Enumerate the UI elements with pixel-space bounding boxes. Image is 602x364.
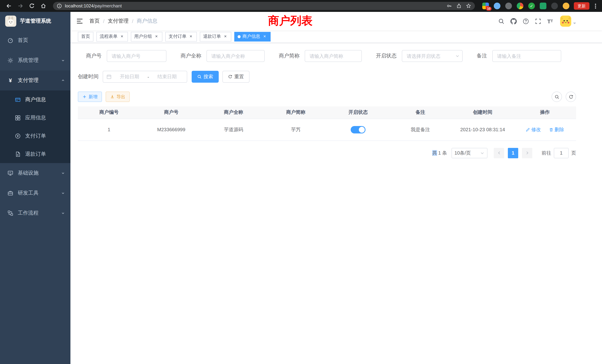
tab-refund-order[interactable]: 退款订单 × <box>200 32 231 41</box>
password-key-icon[interactable] <box>447 3 452 9</box>
sidebar-item-app-info[interactable]: 应用信息 <box>0 109 70 127</box>
field-label: 开启状态 <box>371 53 397 59</box>
extension-green-doc-icon[interactable] <box>540 3 546 9</box>
merchant-short-name-input[interactable] <box>305 50 362 62</box>
bookmark-star-icon[interactable] <box>466 3 471 9</box>
tab-label: 首页 <box>81 33 90 40</box>
goto-page-input[interactable] <box>554 148 569 158</box>
extension-gray-icon[interactable] <box>505 3 512 9</box>
page-size-select[interactable]: 10条/页 <box>452 148 487 158</box>
field-label: 商户号 <box>78 53 102 59</box>
status-select[interactable] <box>402 50 463 62</box>
sidebar-logo[interactable]: 芋道管理系统 <box>0 12 70 30</box>
cell-remark: 我是备注 <box>389 119 452 140</box>
chrome-update-button[interactable]: 更新 <box>574 2 589 10</box>
prev-page-button[interactable] <box>494 148 504 158</box>
forward-icon[interactable] <box>17 3 23 9</box>
extension-blue-icon[interactable] <box>494 3 500 9</box>
col-remark: 备注 <box>389 106 452 119</box>
user-menu[interactable] <box>560 16 576 27</box>
breadcrumb-item[interactable]: 支付管理 <box>108 18 129 24</box>
edit-link[interactable]: 修改 <box>526 126 541 133</box>
tab-pay-order[interactable]: 支付订单 × <box>165 32 197 41</box>
merchant-full-name-input[interactable] <box>206 50 265 62</box>
toggle-search-icon[interactable] <box>552 92 562 102</box>
home-icon[interactable] <box>40 3 46 9</box>
sidebar-item-label: 工作流程 <box>18 210 61 216</box>
url-text: localhost:1024/pay/merchant <box>65 3 447 9</box>
search-button[interactable]: 搜索 <box>192 71 219 83</box>
reset-button[interactable]: 重置 <box>222 71 249 83</box>
calendar-icon <box>106 74 112 79</box>
cell-full-name: 芋道源码 <box>202 119 265 140</box>
status-toggle[interactable] <box>351 126 366 133</box>
form-item-full-name: 商户全称 <box>175 50 265 62</box>
end-date-placeholder[interactable]: 结束日期 <box>150 73 183 80</box>
close-icon[interactable]: × <box>119 34 125 39</box>
start-date-placeholder[interactable]: 开始日期 <box>113 73 146 80</box>
profile-avatar-icon[interactable] <box>563 3 569 9</box>
cell-merchant-id: 1 <box>78 119 140 140</box>
tab-home[interactable]: 首页 <box>78 32 93 41</box>
back-icon[interactable] <box>6 3 12 9</box>
tab-merchant-info[interactable]: 商户信息 × <box>234 32 271 41</box>
share-icon[interactable] <box>456 3 462 9</box>
gear-icon <box>7 57 13 63</box>
font-size-icon[interactable]: TT <box>546 17 555 26</box>
fullscreen-icon[interactable] <box>533 17 542 26</box>
next-page-button[interactable] <box>522 148 532 158</box>
page-number-button[interactable]: 1 <box>508 148 518 158</box>
sidebar-item-home[interactable]: 首页 <box>0 30 70 50</box>
refresh-icon[interactable] <box>566 92 576 102</box>
create-time-range-picker[interactable]: 开始日期 - 结束日期 <box>103 71 187 83</box>
add-button[interactable]: 新增 <box>78 92 102 102</box>
app-grid-icon <box>15 115 21 121</box>
form-item-status: 开启状态 <box>371 50 463 62</box>
sidebar-item-label: 系统管理 <box>18 57 61 64</box>
breadcrumb-item[interactable]: 首页 <box>89 18 100 24</box>
sidebar-item-label: 退款订单 <box>25 151 46 157</box>
breadcrumb: 首页 / 支付管理 / 商户信息 <box>89 18 158 24</box>
merchant-no-input[interactable] <box>107 50 166 62</box>
extension-multicolor-icon[interactable] <box>517 3 523 9</box>
chevron-down-icon <box>61 191 65 195</box>
url-bar[interactable]: localhost:1024/pay/merchant <box>53 2 475 10</box>
sidebar-item-refund-order[interactable]: 退款订单 <box>0 145 70 163</box>
browser-menu-icon[interactable] <box>592 3 598 9</box>
refund-doc-icon <box>15 151 21 157</box>
sidebar-item-label: 首页 <box>18 37 65 44</box>
close-icon[interactable]: × <box>262 34 267 39</box>
tab-label: 商户信息 <box>242 33 260 40</box>
close-icon[interactable]: × <box>188 34 194 39</box>
tab-user-group[interactable]: 用户分组 × <box>131 32 162 41</box>
site-info-icon[interactable] <box>57 3 62 9</box>
tab-flow-form[interactable]: 流程表单 × <box>96 32 128 41</box>
sidebar-item-merchant-info[interactable]: 商户信息 <box>0 90 70 109</box>
extension-green-check-icon[interactable]: ✓ <box>528 3 535 9</box>
delete-link[interactable]: 删除 <box>549 126 564 133</box>
github-icon[interactable] <box>509 17 518 26</box>
remark-input[interactable] <box>492 50 561 62</box>
close-icon[interactable]: × <box>154 34 159 39</box>
sidebar-item-pay-order[interactable]: 支付订单 <box>0 127 70 145</box>
search-icon[interactable] <box>497 17 506 26</box>
sidebar-item-infrastructure[interactable]: 基础设施 <box>0 163 70 183</box>
user-avatar[interactable] <box>560 16 571 27</box>
close-icon[interactable]: × <box>223 34 228 39</box>
sidebar-item-workflow[interactable]: 工作流程 <box>0 203 70 223</box>
search-form-row-1: 商户号 商户全称 商户简称 开启状态 <box>78 50 576 62</box>
sidebar-item-devtools[interactable]: 研发工具 <box>0 183 70 203</box>
reload-icon[interactable] <box>29 3 35 9</box>
hamburger-icon[interactable] <box>76 17 83 25</box>
breadcrumb-separator: / <box>132 18 133 24</box>
help-question-icon[interactable] <box>521 17 530 26</box>
sidebar-item-payment[interactable]: ¥ 支付管理 <box>0 70 70 90</box>
export-button[interactable]: 导出 <box>106 92 130 102</box>
form-item-short-name: 商户简称 <box>274 50 362 62</box>
col-merchant-no: 商户号 <box>140 106 202 119</box>
table-header-row: 商户编号 商户号 商户全称 商户简称 开启状态 备注 创建时间 操作 <box>78 106 576 119</box>
extension-grid-icon[interactable]: 10 <box>482 3 489 9</box>
sidebar-item-system[interactable]: 系统管理 <box>0 50 70 70</box>
extension-dark-icon[interactable] <box>551 3 558 9</box>
status-select-input[interactable] <box>402 50 463 62</box>
